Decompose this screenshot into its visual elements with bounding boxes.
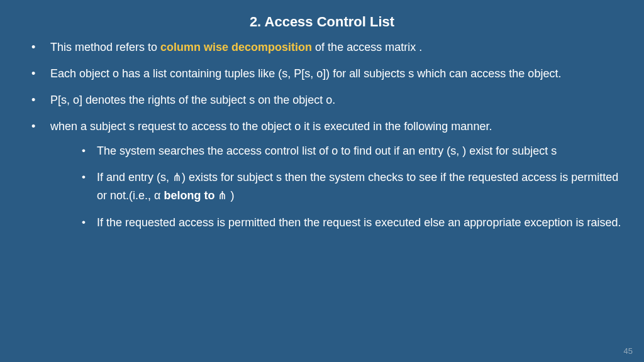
bullet-4-text: when a subject s request to access to th… [50,120,492,133]
bullet-2: Each object o has a list containing tupl… [31,65,625,83]
bullet-1-highlight: column wise decomposition [160,41,312,53]
bullet-1: This method refers to column wise decomp… [31,39,625,57]
sub-bullet-2-text-b: ⋔ ) [214,189,234,202]
inner-list: The system searches the access control l… [50,142,625,232]
page-number: 45 [624,346,633,356]
outer-list: This method refers to column wise decomp… [0,39,644,232]
sub-bullet-1: The system searches the access control l… [82,142,625,160]
slide-title: 2. Access Control List [0,0,644,39]
sub-bullet-2: If and entry (s, ⋔) exists for subject s… [82,168,625,205]
bullet-1-text-b: of the access matrix . [312,41,422,53]
bullet-4: when a subject s request to access to th… [31,118,625,232]
sub-bullet-2-bold: belong to [164,189,214,202]
sub-bullet-3: If the requested access is permitted the… [82,214,625,232]
bullet-1-text-a: This method refers to [50,41,160,53]
bullet-3: P[s, o] denotes the rights of the subjec… [31,92,625,109]
